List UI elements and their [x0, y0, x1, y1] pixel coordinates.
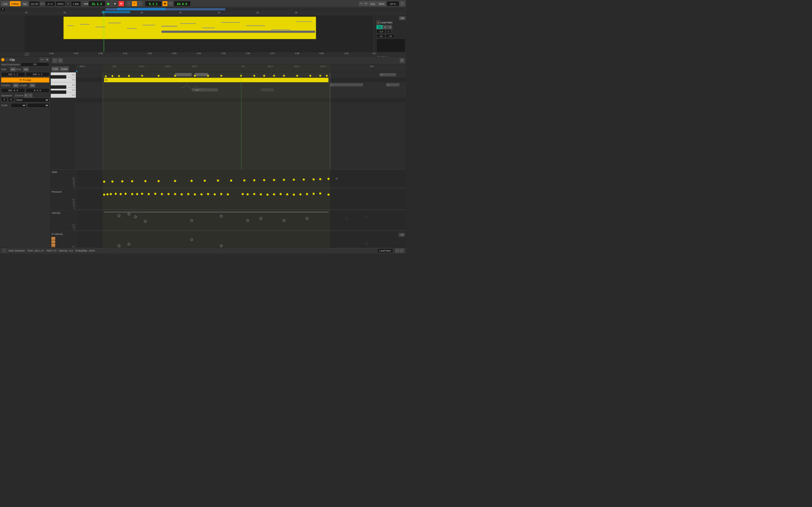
ghost-note-A3-1: [175, 73, 192, 76]
key-mode-button[interactable]: Key: [369, 1, 377, 6]
velocity-64: 64: [73, 226, 75, 228]
start-set-btn[interactable]: Set: [10, 67, 16, 71]
play-button[interactable]: ▶: [106, 1, 112, 6]
ghost-note-D3-right: [261, 88, 274, 92]
len-value[interactable]: 8. 0. 0: [26, 88, 50, 93]
pr-expand-icon[interactable]: ▼: [400, 58, 404, 63]
vel-active-bg: [103, 211, 330, 231]
key-Cs3[interactable]: [51, 91, 66, 94]
follow-button[interactable]: Follow: [10, 1, 20, 6]
status-btn-2[interactable]: [400, 249, 404, 252]
time-0:50: 0:50: [98, 52, 103, 55]
grid-icon[interactable]: ⊞: [364, 1, 368, 6]
arr-loop-region[interactable]: [102, 11, 130, 13]
track-volume[interactable]: 12: [376, 25, 383, 29]
note-expr-label: Note Expression: [1, 63, 20, 66]
zoom-display[interactable]: 100%: [56, 1, 65, 6]
track-header-area: [0, 16, 25, 52]
groove-dropdown[interactable]: None: [15, 98, 49, 102]
scale-type-dropdown[interactable]: [28, 103, 49, 108]
off-label[interactable]: Off: [399, 233, 405, 237]
clip-panel-header: Clip ✏ ▼: [1, 58, 49, 62]
pr-pencil-icon[interactable]: ✏: [58, 58, 63, 63]
solo-button[interactable]: S: [383, 25, 388, 29]
pressure-content[interactable]: [76, 189, 406, 210]
len-set-btn[interactable]: Set: [30, 83, 35, 87]
pr-header-toolbar: ♩ ✏ ▼: [51, 57, 406, 64]
set-button[interactable]: Set: [399, 16, 405, 20]
link-button[interactable]: Link: [1, 1, 9, 6]
timeline-36: 36: [295, 11, 297, 14]
arrangement-scrollbar[interactable]: ▼: [0, 7, 406, 11]
groove-add-icon[interactable]: +: [29, 94, 33, 98]
db3-display: -inf: [376, 34, 386, 38]
stop-button[interactable]: ■: [112, 1, 118, 6]
end-value[interactable]: 190. 1. 1: [26, 72, 50, 76]
cpu-display: 16 %: [387, 1, 399, 6]
pos-value[interactable]: 181. 4. 4: [1, 88, 25, 93]
midi-button[interactable]: MIDI: [377, 1, 386, 6]
loop-button[interactable]: ⟲ ⟲ Loop: [1, 77, 49, 82]
arr-track-playhead: [104, 16, 104, 52]
clip-pencil-btn[interactable]: ✏: [40, 58, 44, 62]
loop-btn[interactable]: ⟲: [132, 1, 137, 6]
track-activate-btn[interactable]: ●: [376, 20, 380, 24]
position3-display[interactable]: 24. 0. 0: [174, 1, 191, 6]
slide-96: 96: [73, 180, 75, 182]
slide-0: 0: [74, 186, 75, 188]
timeline-33: 33: [179, 11, 182, 14]
draw-btn[interactable]: ✏: [168, 1, 173, 6]
time-sig-display[interactable]: 4 / 4: [45, 1, 55, 6]
pressure-zero-line: [76, 209, 406, 210]
sig-den[interactable]: 4: [8, 97, 14, 102]
bpm-display[interactable]: 141.00: [29, 1, 40, 6]
status-info-icon[interactable]: i: [2, 249, 6, 252]
timeline-35: 35: [256, 11, 259, 14]
fold-button[interactable]: Fold: [51, 66, 59, 71]
loop-start-btn[interactable]: ⟨: [126, 1, 132, 6]
start-value[interactable]: 182. 1. 1: [1, 72, 25, 76]
pos-set-btn[interactable]: Set: [13, 83, 18, 87]
key-Fs3[interactable]: [51, 75, 66, 78]
d3-label: -D3: [195, 89, 199, 91]
lane-collapse-2[interactable]: —: [51, 240, 55, 243]
status-btn-1[interactable]: [395, 249, 399, 252]
loop-end-btn[interactable]: ○: [137, 1, 142, 6]
lane-collapse-3[interactable]: —: [51, 244, 55, 247]
groove-settings-icon[interactable]: ⚙: [24, 94, 28, 98]
sig-num[interactable]: 4: [1, 97, 7, 102]
position2-display[interactable]: 5. 1. 1: [145, 1, 162, 6]
metro-display[interactable]: 1 Bar: [71, 1, 81, 6]
track-mute-button[interactable]: 0: [388, 25, 392, 29]
note-grid-area[interactable]: F3: [76, 72, 406, 169]
scroll-icon[interactable]: ↕: [25, 53, 29, 56]
record-button[interactable]: ●: [118, 1, 124, 6]
piano-keys-strip[interactable]: G3 F3 E3 D3 C3: [51, 72, 76, 169]
arrangement-clip-main[interactable]: [63, 17, 316, 39]
clip-active-dot[interactable]: [5, 58, 9, 61]
key-Ds3[interactable]: [51, 86, 66, 89]
pencil-icon[interactable]: ✏: [359, 1, 363, 6]
velocity-content[interactable]: [76, 211, 406, 231]
clip-color-dot[interactable]: [1, 58, 4, 61]
position-display[interactable]: 31. 1. 2: [89, 1, 105, 6]
note-F3-main[interactable]: F3: [104, 78, 328, 82]
lane-collapse-1[interactable]: —: [51, 237, 55, 240]
scale-button[interactable]: Scale: [60, 66, 69, 71]
pr-note-icon[interactable]: ♩: [52, 58, 57, 63]
end-set-btn[interactable]: Set: [23, 67, 29, 71]
scale-key-dropdown[interactable]: [11, 103, 27, 108]
top-toolbar: Link Follow Tap 141.00 ||| ||| 4 / 4 100…: [0, 0, 406, 7]
pr-fold-scale-area: Fold Scale: [51, 64, 76, 72]
pressure-label: Pressure: [52, 190, 75, 193]
pressure-0: 0: [74, 208, 75, 210]
db1-display: -3.9: [376, 30, 386, 34]
length-label: Length: [19, 84, 29, 87]
clip-expand-btn[interactable]: ▼: [45, 58, 49, 62]
arr-collapse-btn[interactable]: ▼: [1, 8, 5, 11]
menu-icon[interactable]: ≡: [400, 1, 405, 6]
slide-content[interactable]: [76, 170, 406, 189]
punch-btn[interactable]: ▣: [162, 1, 167, 6]
tap-button[interactable]: Tap: [21, 1, 29, 6]
rewind-button[interactable]: ◀◀: [84, 1, 88, 6]
